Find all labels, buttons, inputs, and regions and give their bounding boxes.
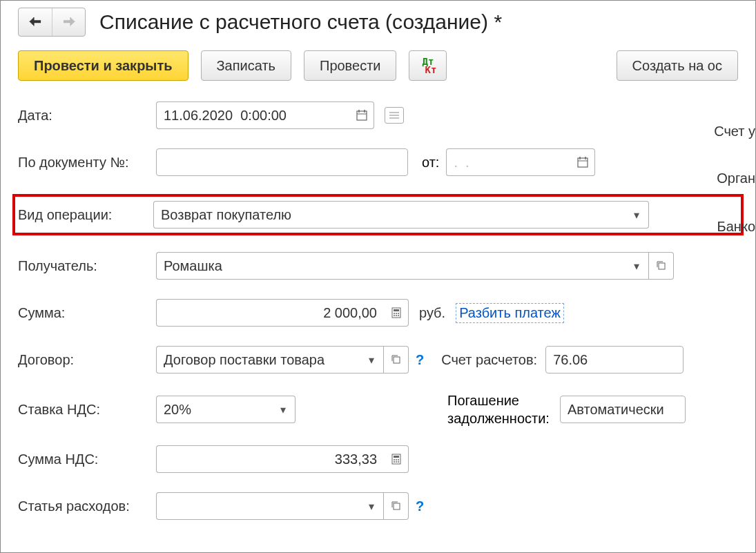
vat-rate-label: Ставка НДС:	[18, 402, 156, 418]
settlement-acc-input[interactable]	[545, 346, 684, 373]
svg-point-23	[394, 459, 395, 460]
svg-point-15	[396, 313, 397, 314]
amount-label: Сумма:	[18, 305, 156, 321]
vat-amount-field	[156, 445, 409, 473]
post-and-close-button[interactable]: Провести и закрыть	[18, 50, 188, 81]
date-row: Дата: Счет у	[18, 100, 738, 130]
svg-point-27	[396, 461, 397, 463]
svg-rect-29	[394, 503, 400, 510]
debt-repay-label: Погашение задолженности:	[447, 391, 550, 427]
contract-input[interactable]	[156, 346, 359, 373]
help-icon[interactable]: ?	[416, 352, 424, 368]
recipient-label: Получатель:	[18, 258, 156, 274]
chevron-down-icon[interactable]: ▾	[359, 492, 384, 520]
create-based-button[interactable]: Создать на ос	[617, 50, 738, 81]
org-label-cut: Орган	[717, 171, 755, 186]
page-title: Списание с расчетного счета (создание) *	[99, 10, 502, 34]
svg-point-17	[394, 315, 395, 316]
from-date-field	[446, 148, 595, 176]
dtkt-button[interactable]: ДтКт	[409, 50, 447, 81]
toolbar: Провести и закрыть Записать Провести ДтК…	[1, 50, 755, 100]
post-button[interactable]: Провести	[304, 50, 396, 81]
amount-input[interactable]	[156, 299, 384, 327]
vat-rate-field: ▾	[156, 396, 295, 423]
chevron-down-icon[interactable]: ▾	[271, 396, 295, 423]
calculator-icon[interactable]	[384, 445, 409, 473]
help-icon[interactable]: ?	[416, 498, 424, 514]
chevron-down-icon[interactable]: ▾	[624, 201, 649, 229]
chevron-down-icon[interactable]: ▾	[624, 252, 649, 280]
op-type-input[interactable]	[153, 201, 624, 229]
doc-no-label: По документу №:	[18, 155, 156, 171]
bank-label-cut: Банко	[717, 219, 755, 235]
op-type-row: Вид операции: ▾ Банко	[12, 194, 744, 235]
svg-rect-20	[394, 357, 400, 363]
from-date-input[interactable]	[446, 148, 570, 176]
nav-buttons: 🠘 🠚	[18, 8, 86, 37]
settlement-acc-label: Счет расчетов:	[441, 352, 537, 368]
contract-label: Договор:	[18, 352, 156, 368]
back-button[interactable]: 🠘	[19, 8, 52, 36]
svg-point-18	[396, 315, 397, 316]
debt-repay-input[interactable]	[560, 396, 686, 423]
currency-label: руб.	[419, 305, 445, 321]
contract-field: ▾	[156, 346, 409, 373]
recipient-field: ▾	[156, 252, 674, 280]
doc-no-row: По документу №: от: Орган	[18, 147, 738, 177]
svg-point-14	[394, 313, 395, 314]
vat-rate-input[interactable]	[156, 396, 271, 423]
forward-button[interactable]: 🠚	[52, 8, 85, 36]
op-type-field: ▾	[153, 201, 649, 229]
svg-rect-11	[659, 263, 665, 269]
expense-item-input[interactable]	[156, 492, 359, 520]
open-icon[interactable]	[384, 346, 409, 373]
date-field	[156, 101, 374, 129]
amount-field	[156, 299, 409, 327]
svg-point-25	[398, 459, 399, 460]
svg-point-19	[398, 315, 399, 316]
from-label: от:	[422, 155, 439, 171]
form: Дата: Счет у По документу №: от:	[1, 100, 755, 521]
recipient-input[interactable]	[156, 252, 624, 280]
split-payment-link[interactable]: Разбить платеж	[456, 303, 564, 323]
vat-amount-label: Сумма НДС:	[18, 452, 156, 467]
svg-point-28	[398, 461, 399, 463]
vat-rate-row: Ставка НДС: ▾ Погашение задолженности:	[18, 391, 738, 427]
svg-point-26	[394, 461, 395, 463]
op-type-label: Вид операции:	[18, 207, 153, 223]
dtkt-icon: ДтКт	[419, 57, 436, 74]
svg-point-24	[396, 459, 397, 460]
svg-rect-22	[394, 456, 399, 458]
vat-amount-input[interactable]	[156, 445, 384, 473]
chevron-down-icon[interactable]: ▾	[359, 346, 384, 373]
date-input[interactable]	[156, 101, 349, 129]
amount-row: Сумма: руб. Разбить платеж	[18, 298, 738, 328]
save-button[interactable]: Записать	[201, 50, 291, 81]
svg-rect-7	[578, 158, 588, 167]
date-label: Дата:	[18, 108, 156, 124]
svg-rect-13	[394, 309, 399, 311]
vat-amount-row: Сумма НДС:	[18, 444, 738, 474]
open-icon[interactable]	[384, 492, 409, 520]
recipient-row: Получатель: ▾	[18, 251, 738, 281]
svg-point-16	[398, 313, 399, 314]
calculator-icon[interactable]	[384, 299, 409, 327]
doc-no-input[interactable]	[156, 148, 408, 176]
svg-rect-0	[357, 111, 367, 120]
list-icon[interactable]	[385, 107, 404, 124]
expense-item-row: Статья расходов: ▾ ?	[18, 491, 738, 521]
title-row: 🠘 🠚 Списание с расчетного счета (создани…	[1, 8, 755, 50]
contract-row: Договор: ▾ ? Счет расчетов:	[18, 345, 738, 375]
account-label-cut: Счет у	[714, 124, 755, 139]
calendar-icon[interactable]	[570, 148, 595, 176]
expense-item-label: Статья расходов:	[18, 498, 156, 514]
open-icon[interactable]	[649, 252, 674, 280]
expense-item-field: ▾	[156, 492, 409, 520]
document-window: 🠘 🠚 Списание с расчетного счета (создани…	[0, 0, 756, 553]
calendar-icon[interactable]	[349, 101, 374, 129]
